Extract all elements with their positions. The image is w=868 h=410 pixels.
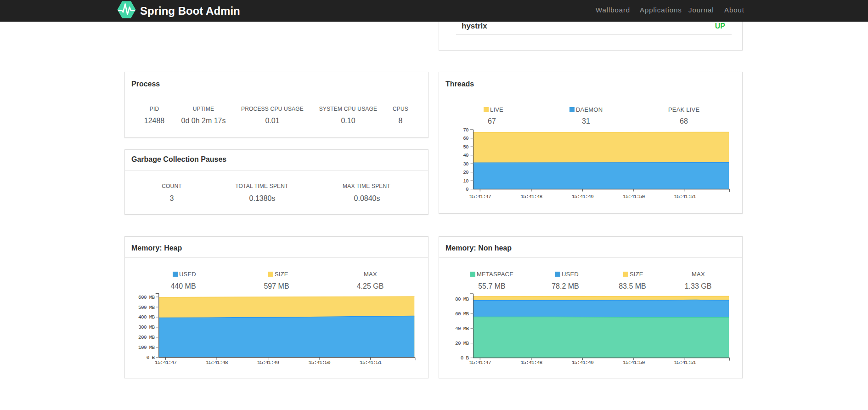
svg-text:30: 30 (463, 161, 468, 167)
svg-text:15:41:48: 15:41:48 (206, 359, 228, 365)
svg-text:20 MB: 20 MB (455, 341, 469, 346)
svg-text:40: 40 (463, 153, 468, 158)
svg-text:40 MB: 40 MB (455, 326, 469, 331)
svg-text:15:41:51: 15:41:51 (674, 194, 696, 199)
svg-text:50: 50 (463, 144, 468, 150)
svg-text:15:41:50: 15:41:50 (623, 194, 645, 199)
svg-text:60: 60 (463, 136, 468, 141)
svg-text:600 MB: 600 MB (138, 295, 155, 300)
svg-text:0: 0 (466, 187, 468, 192)
svg-text:60 MB: 60 MB (455, 311, 469, 317)
svg-text:15:41:51: 15:41:51 (360, 359, 382, 365)
svg-text:15:41:49: 15:41:49 (572, 359, 594, 365)
svg-text:0 B: 0 B (461, 355, 469, 361)
svg-text:10: 10 (463, 178, 468, 184)
svg-text:15:41:50: 15:41:50 (308, 359, 330, 365)
svg-text:100 MB: 100 MB (138, 345, 155, 350)
svg-text:15:41:48: 15:41:48 (520, 359, 542, 365)
svg-text:15:41:51: 15:41:51 (674, 359, 696, 365)
svg-text:15:41:47: 15:41:47 (469, 194, 491, 199)
svg-text:20: 20 (463, 170, 468, 175)
svg-text:15:41:47: 15:41:47 (469, 359, 491, 365)
svg-text:500 MB: 500 MB (138, 305, 155, 310)
svg-text:15:41:50: 15:41:50 (623, 359, 645, 365)
svg-text:200 MB: 200 MB (138, 335, 155, 340)
svg-text:15:41:49: 15:41:49 (572, 194, 594, 199)
svg-text:400 MB: 400 MB (138, 314, 155, 320)
svg-text:70: 70 (463, 127, 468, 133)
svg-text:300 MB: 300 MB (138, 325, 155, 330)
svg-text:0 B: 0 B (147, 355, 155, 360)
svg-text:15:41:48: 15:41:48 (520, 194, 542, 199)
svg-text:80 MB: 80 MB (455, 296, 469, 302)
svg-text:15:41:49: 15:41:49 (257, 359, 279, 365)
svg-text:15:41:47: 15:41:47 (155, 359, 176, 365)
